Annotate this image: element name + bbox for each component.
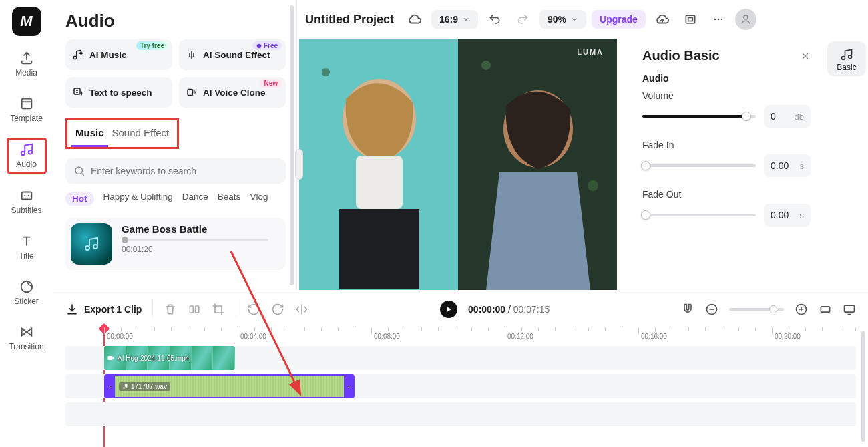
- volume-value[interactable]: 0db: [764, 105, 811, 128]
- tts-icon: [72, 86, 84, 98]
- svg-rect-26: [821, 307, 829, 312]
- panel-resize-handle[interactable]: [295, 149, 303, 180]
- svg-point-2: [21, 281, 32, 293]
- fadein-value[interactable]: 0.00s: [764, 154, 811, 177]
- timeline-toolbar: Export 1 Clip 00:00:00 / 00:07:15: [53, 291, 868, 327]
- fit-icon[interactable]: [819, 303, 832, 316]
- nav-media[interactable]: Media: [7, 47, 47, 82]
- nav-template-label: Template: [10, 114, 43, 123]
- search-icon: [73, 165, 85, 177]
- tab-music[interactable]: Music: [71, 123, 108, 147]
- timeline-zoom-slider[interactable]: [729, 308, 784, 311]
- tag-beats[interactable]: Beats: [218, 192, 241, 206]
- fadein-slider[interactable]: [642, 164, 756, 167]
- svg-point-3: [257, 44, 262, 49]
- clip-handle-left[interactable]: ‹: [105, 376, 115, 397]
- search-box[interactable]: [65, 158, 286, 184]
- search-input[interactable]: [91, 166, 278, 176]
- track-progress[interactable]: [122, 239, 268, 241]
- fadeout-slider[interactable]: [642, 214, 756, 216]
- svg-point-21: [588, 180, 598, 191]
- nav-audio[interactable]: Audio: [7, 138, 47, 174]
- track-item[interactable]: Game Boss Battle 00:01:20: [65, 218, 286, 270]
- audio-track[interactable]: ‹ 171787.wav ›: [65, 374, 856, 398]
- cloud-export-icon[interactable]: [651, 8, 674, 31]
- rotate-cw-icon[interactable]: [271, 303, 284, 316]
- timeline-region: Export 1 Clip 00:00:00 / 00:07:15 00:00:…: [53, 291, 868, 447]
- svg-rect-8: [688, 18, 693, 21]
- nav-transition[interactable]: Transition: [7, 321, 47, 355]
- zoom-dropdown[interactable]: 90%: [539, 10, 586, 29]
- panel-scrollbar[interactable]: [290, 5, 294, 285]
- mirror-icon[interactable]: [295, 303, 308, 316]
- nav-subtitles[interactable]: Subtitles: [7, 184, 47, 219]
- ai-sound-effect-button[interactable]: AI Sound Effect Free: [179, 39, 286, 70]
- svg-rect-7: [686, 15, 694, 23]
- cloud-sync-icon[interactable]: [403, 8, 426, 31]
- music-sparkle-icon: [72, 49, 84, 61]
- nav-audio-label: Audio: [16, 160, 37, 169]
- text-to-speech-button[interactable]: Text to speech: [65, 77, 172, 108]
- fadeout-value[interactable]: 0.00s: [764, 204, 811, 227]
- fadeout-label: Fade Out: [642, 189, 811, 200]
- svg-rect-22: [190, 306, 194, 313]
- redo-button[interactable]: [511, 8, 534, 31]
- split-icon[interactable]: [188, 303, 201, 316]
- project-title[interactable]: Untitled Project: [305, 13, 394, 27]
- audio-clip[interactable]: ‹ 171787.wav ›: [104, 374, 355, 398]
- zoom-out-icon[interactable]: [705, 303, 718, 316]
- timeline-ruler[interactable]: 00:00:0000:04:0000:08:0000:12:0000:16:00…: [65, 327, 856, 346]
- tag-vlog[interactable]: Vlog: [250, 192, 268, 206]
- tag-hot[interactable]: Hot: [65, 192, 94, 206]
- tag-dance[interactable]: Dance: [182, 192, 208, 206]
- screenshot-icon[interactable]: [679, 8, 702, 31]
- export-button[interactable]: Export 1 Clip: [65, 303, 142, 316]
- zoom-in-icon[interactable]: [795, 303, 808, 316]
- rotate-ccw-icon[interactable]: [247, 303, 260, 316]
- basic-tab[interactable]: Basic: [827, 41, 866, 76]
- ai-music-label: AI Music: [89, 50, 127, 60]
- volume-label: Volume: [642, 90, 811, 101]
- empty-track[interactable]: [65, 402, 856, 426]
- svg-rect-0: [21, 99, 31, 109]
- magnet-icon[interactable]: [681, 303, 694, 316]
- svg-point-12: [744, 15, 748, 19]
- close-icon[interactable]: [800, 51, 811, 61]
- try-free-badge: Try free: [136, 41, 168, 50]
- video-clip[interactable]: AI Hug-2024-11-05.mp4: [104, 346, 235, 370]
- nav-title-label: Title: [19, 251, 33, 261]
- aspect-ratio-dropdown[interactable]: 16:9: [431, 10, 478, 29]
- upgrade-button[interactable]: Upgrade: [592, 10, 646, 29]
- ai-music-button[interactable]: AI Music Try free: [65, 39, 172, 70]
- track-duration: 00:01:20: [122, 245, 268, 254]
- video-track[interactable]: AI Hug-2024-11-05.mp4: [65, 346, 856, 370]
- undo-button[interactable]: [483, 8, 506, 31]
- delete-icon[interactable]: [164, 303, 177, 316]
- video-preview[interactable]: LUMA: [299, 39, 617, 290]
- crop-icon[interactable]: [212, 303, 225, 316]
- audio-tabs: Music Sound Effect: [65, 118, 179, 149]
- ai-voice-clone-button[interactable]: AI Voice Clone New: [179, 77, 286, 108]
- monitor-icon[interactable]: [843, 303, 856, 316]
- panel-title: Audio: [65, 11, 286, 31]
- nav-template[interactable]: Template: [7, 92, 47, 127]
- tag-happy[interactable]: Happy & Uplifting: [103, 192, 173, 206]
- clip-handle-right[interactable]: ›: [344, 376, 353, 397]
- nav-sticker-label: Sticker: [14, 297, 39, 306]
- chevron-down-icon: [570, 15, 578, 23]
- timeline-scrollbar[interactable]: [861, 331, 865, 442]
- nav-title[interactable]: Title: [7, 230, 47, 265]
- free-badge: Free: [252, 41, 282, 50]
- time-display: 00:00:00 / 00:07:15: [468, 304, 550, 315]
- nav-subtitles-label: Subtitles: [11, 206, 41, 215]
- svg-rect-4: [74, 88, 80, 94]
- timeline-tracks: AI Hug-2024-11-05.mp4 ‹ 171787.wav ›: [65, 346, 856, 426]
- tab-sound-effect[interactable]: Sound Effect: [108, 123, 174, 147]
- volume-slider[interactable]: [642, 115, 756, 118]
- svg-point-10: [718, 19, 720, 21]
- nav-sticker[interactable]: Sticker: [7, 275, 47, 310]
- play-button[interactable]: [440, 301, 457, 318]
- avatar[interactable]: [735, 9, 756, 30]
- voice-clone-label: AI Voice Clone: [203, 88, 266, 98]
- more-icon[interactable]: [707, 8, 730, 31]
